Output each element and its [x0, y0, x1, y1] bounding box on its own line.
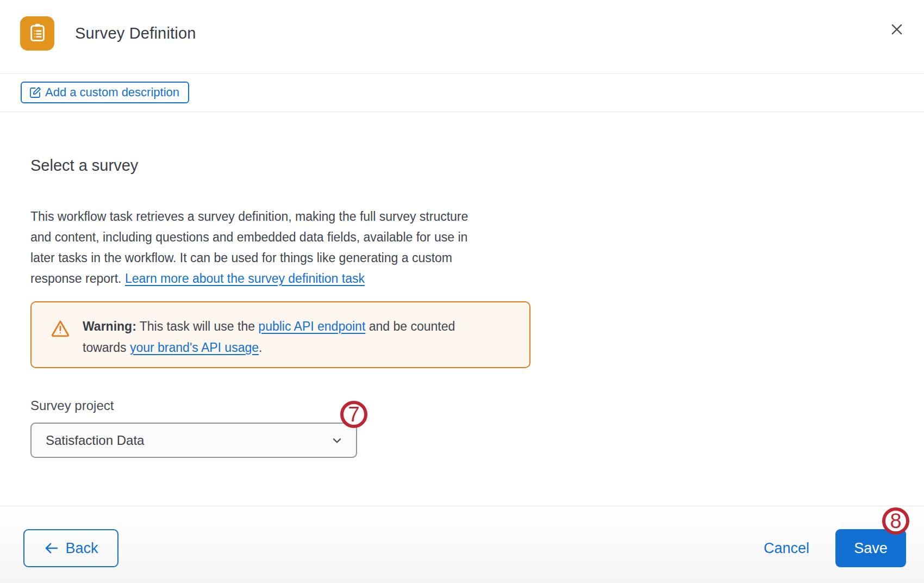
toolbar-divider [0, 111, 924, 112]
add-custom-description-label: Add a custom description [45, 83, 179, 102]
survey-definition-task-icon [20, 16, 54, 51]
survey-project-selected-value: Satisfaction Data [46, 433, 144, 448]
arrow-left-icon [43, 540, 60, 556]
learn-more-link[interactable]: Learn more about the survey definition t… [125, 271, 365, 286]
back-button[interactable]: Back [23, 529, 118, 567]
close-icon[interactable] [887, 20, 907, 39]
warning-message: Warning: This task will use the public A… [83, 316, 455, 358]
brand-api-usage-link[interactable]: your brand's API usage [130, 340, 259, 355]
warning-banner: Warning: This task will use the public A… [30, 301, 530, 368]
cancel-button[interactable]: Cancel [757, 529, 816, 567]
survey-project-label: Survey project [30, 398, 114, 414]
header-divider [0, 73, 924, 74]
warning-label: Warning: [83, 319, 136, 333]
section-heading: Select a survey [30, 155, 138, 176]
warning-text-1: This task will use the [136, 319, 259, 333]
chevron-down-icon [330, 433, 344, 448]
modal-title: Survey Definition [75, 22, 196, 44]
warning-text-3: . [259, 340, 262, 355]
clipboard-icon [27, 22, 48, 46]
warning-triangle-icon [50, 319, 71, 338]
public-api-endpoint-link[interactable]: public API endpoint [258, 319, 365, 333]
task-description: This workflow task retrieves a survey de… [30, 206, 552, 289]
save-button[interactable]: Save [835, 529, 906, 567]
add-custom-description-button[interactable]: Add a custom description [21, 82, 189, 103]
annotation-badge-7: 7 [340, 401, 367, 428]
back-button-label: Back [65, 540, 98, 557]
edit-icon [29, 86, 42, 99]
survey-project-select[interactable]: Satisfaction Data [30, 423, 357, 458]
footer-divider [0, 506, 924, 506]
annotation-badge-8: 8 [882, 507, 909, 535]
